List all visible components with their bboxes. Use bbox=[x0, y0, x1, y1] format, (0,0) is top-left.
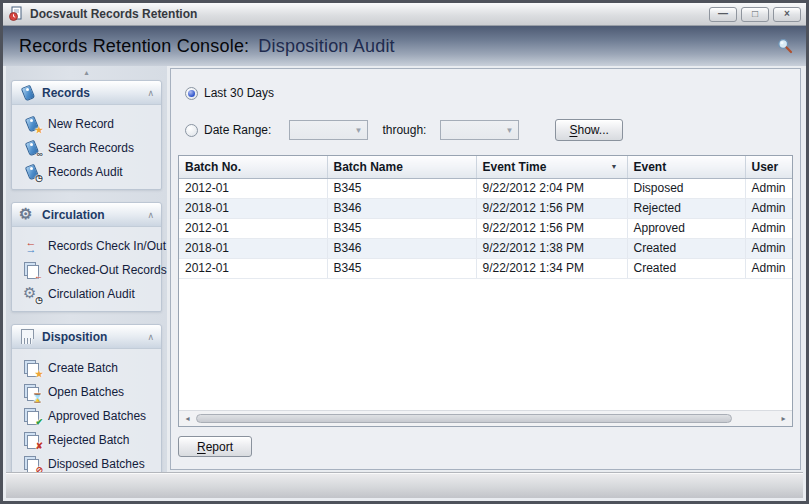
sidebar-item-search-records[interactable]: ∞Search Records bbox=[14, 136, 159, 160]
date-range-option: Date Range: ▼ through: ▼ Show... bbox=[185, 119, 793, 141]
sidebar-item-rejected-batch[interactable]: ✘Rejected Batch bbox=[14, 428, 159, 452]
table-cell: Created bbox=[627, 258, 745, 278]
table-cell: 9/22/2012 1:34 PM bbox=[476, 258, 627, 278]
sidebar-item-label: Approved Batches bbox=[48, 409, 146, 423]
column-header-label: Event Time bbox=[483, 160, 547, 174]
table-cell: Admin bbox=[745, 258, 792, 278]
table-cell: Created bbox=[627, 238, 745, 258]
sidebar-group-header-records[interactable]: Records∧ bbox=[12, 81, 161, 105]
group-label: Circulation bbox=[42, 208, 105, 222]
sidebar-item-open-batches[interactable]: ⌛Open Batches bbox=[14, 380, 159, 404]
last-30-days-option: Last 30 Days bbox=[185, 86, 793, 100]
sidebar-group-header-disposition[interactable]: Disposition∧ bbox=[12, 325, 161, 349]
report-button[interactable]: Report bbox=[178, 436, 252, 457]
column-header-batch-name[interactable]: Batch Name bbox=[327, 156, 476, 178]
table-cell: B346 bbox=[327, 238, 476, 258]
sort-desc-icon: ▼ bbox=[611, 163, 618, 170]
show-button[interactable]: Show... bbox=[555, 119, 622, 141]
maximize-button[interactable]: □ bbox=[741, 7, 769, 22]
scrollbar-thumb[interactable] bbox=[196, 414, 732, 423]
records-audit-icon: ◷ bbox=[23, 164, 39, 180]
table-row[interactable]: 2012-01B3459/22/2012 1:34 PMCreatedAdmin bbox=[179, 258, 792, 278]
table-cell: Admin bbox=[745, 238, 792, 258]
group-items: ★New Record∞Search Records◷Records Audit bbox=[12, 105, 161, 189]
dropdown-arrow-icon: ▼ bbox=[354, 126, 362, 135]
footer-actions: Report bbox=[178, 436, 793, 457]
table-cell: Admin bbox=[745, 178, 792, 198]
window-controls: — □ × bbox=[709, 7, 801, 22]
last-30-days-label: Last 30 Days bbox=[204, 86, 274, 100]
collapse-chevron-icon[interactable]: ∧ bbox=[147, 88, 154, 98]
scroll-left-icon[interactable]: ◂ bbox=[181, 414, 194, 423]
window-title: Docsvault Records Retention bbox=[30, 7, 197, 21]
date-to-dropdown[interactable]: ▼ bbox=[440, 120, 519, 140]
date-range-radio[interactable] bbox=[185, 124, 198, 137]
sidebar-item-create-batch[interactable]: ★Create Batch bbox=[14, 356, 159, 380]
sidebar-item-label: Records Audit bbox=[48, 165, 123, 179]
sidebar-scroll-up-icon[interactable]: ▴ bbox=[6, 69, 167, 77]
sidebar-item-label: Circulation Audit bbox=[48, 287, 135, 301]
page-title-prefix: Records Retention Console: bbox=[19, 36, 249, 56]
table-cell: Approved bbox=[627, 218, 745, 238]
sidebar-item-checked-out-records[interactable]: ←Checked-Out Records bbox=[14, 258, 159, 282]
sidebar-item-records-check-in-out[interactable]: ←→Records Check In/Out bbox=[14, 234, 159, 258]
table-cell: 2012-01 bbox=[179, 218, 327, 238]
last-30-days-radio[interactable] bbox=[185, 87, 198, 100]
table-cell: 2012-01 bbox=[179, 178, 327, 198]
collapse-chevron-icon[interactable]: ∧ bbox=[147, 332, 154, 342]
approved-batches-icon: ✔ bbox=[23, 408, 39, 424]
sidebar-item-label: Open Batches bbox=[48, 385, 124, 399]
minimize-button[interactable]: — bbox=[709, 7, 737, 22]
table-row[interactable]: 2012-01B3459/22/2012 2:04 PMDisposedAdmi… bbox=[179, 178, 792, 198]
sidebar-item-new-record[interactable]: ★New Record bbox=[14, 112, 159, 136]
dropdown-arrow-icon: ▼ bbox=[506, 126, 514, 135]
table-cell: 9/22/2012 1:38 PM bbox=[476, 238, 627, 258]
table-row[interactable]: 2018-01B3469/22/2012 1:56 PMRejectedAdmi… bbox=[179, 198, 792, 218]
scroll-right-icon[interactable]: ▸ bbox=[777, 414, 790, 423]
column-header-user[interactable]: User bbox=[745, 156, 792, 178]
group-items: ★Create Batch⌛Open Batches✔Approved Batc… bbox=[12, 349, 161, 472]
table-cell: Admin bbox=[745, 218, 792, 238]
new-record-icon: ★ bbox=[23, 116, 39, 132]
collapse-chevron-icon[interactable]: ∧ bbox=[147, 210, 154, 220]
horizontal-scrollbar: ◂ ▸ bbox=[179, 410, 792, 426]
sidebar-item-circulation-audit[interactable]: ⚙◷Circulation Audit bbox=[14, 282, 159, 306]
table-cell: B345 bbox=[327, 218, 476, 238]
sidebar-scroll-down-icon[interactable]: ▾ bbox=[6, 463, 167, 471]
create-batch-icon: ★ bbox=[23, 360, 39, 376]
sidebar-item-label: Rejected Batch bbox=[48, 433, 129, 447]
table-row[interactable]: 2012-01B3459/22/2012 1:56 PMApprovedAdmi… bbox=[179, 218, 792, 238]
group-label: Disposition bbox=[42, 330, 107, 344]
column-header-batch-no[interactable]: Batch No. bbox=[179, 156, 327, 178]
sidebar-item-label: Checked-Out Records bbox=[48, 263, 167, 277]
column-header-label: Batch No. bbox=[185, 160, 241, 174]
table-cell: 9/22/2012 1:56 PM bbox=[476, 218, 627, 238]
header-band: Records Retention Console:Disposition Au… bbox=[3, 26, 806, 66]
app-window: Docsvault Records Retention — □ × Record… bbox=[0, 0, 809, 504]
table-cell: 9/22/2012 1:56 PM bbox=[476, 198, 627, 218]
sidebar-item-approved-batches[interactable]: ✔Approved Batches bbox=[14, 404, 159, 428]
sidebar-group-header-circulation[interactable]: ⚙Circulation∧ bbox=[12, 203, 161, 227]
column-header-label: User bbox=[752, 160, 779, 174]
search-icon[interactable] bbox=[777, 38, 793, 54]
column-header-event[interactable]: Event bbox=[627, 156, 745, 178]
sidebar: ▴ Records∧★New Record∞Search Records◷Rec… bbox=[6, 66, 167, 472]
close-button[interactable]: × bbox=[773, 7, 801, 22]
app-icon bbox=[8, 6, 24, 22]
open-batches-icon: ⌛ bbox=[23, 384, 39, 400]
audit-table: Batch No.Batch NameEvent Time▼EventUser … bbox=[178, 155, 793, 427]
sidebar-item-records-audit[interactable]: ◷Records Audit bbox=[14, 160, 159, 184]
column-header-event-time[interactable]: Event Time▼ bbox=[476, 156, 627, 178]
circulation-audit-icon: ⚙◷ bbox=[23, 286, 39, 302]
table-cell: Admin bbox=[745, 198, 792, 218]
search-records-icon: ∞ bbox=[23, 140, 39, 156]
disposition-icon bbox=[19, 329, 35, 345]
sidebar-item-label: Create Batch bbox=[48, 361, 118, 375]
date-from-dropdown[interactable]: ▼ bbox=[289, 120, 368, 140]
main-panel: Last 30 Days Date Range: ▼ through: ▼ Sh… bbox=[170, 68, 801, 470]
table-cell: 2012-01 bbox=[179, 258, 327, 278]
table-body: 2012-01B3459/22/2012 2:04 PMDisposedAdmi… bbox=[179, 178, 792, 278]
table-row[interactable]: 2018-01B3469/22/2012 1:38 PMCreatedAdmin bbox=[179, 238, 792, 258]
date-range-label: Date Range: bbox=[204, 123, 271, 137]
status-bar bbox=[6, 472, 803, 498]
